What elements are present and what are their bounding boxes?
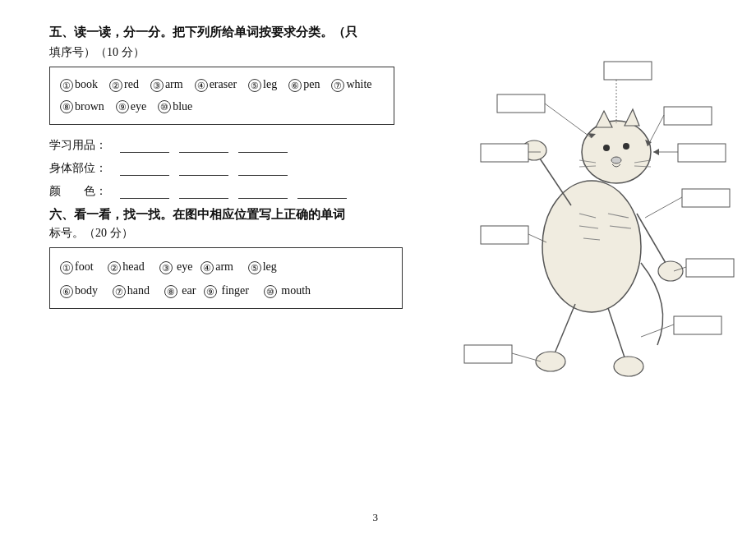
svg-point-1 [582,121,651,183]
svg-point-17 [603,145,610,151]
classify-label-2: 身体部位： [49,161,115,176]
s6-word-4: ④arm [201,260,233,273]
svg-rect-43 [464,345,512,363]
svg-rect-41 [481,226,528,244]
section6-words-row1: ①foot ②head ③ eye ④arm ⑤leg [60,255,392,279]
svg-line-44 [512,353,541,361]
blank-3[interactable] [238,138,288,153]
s6-word-3: ③ eye [159,260,193,273]
svg-rect-26 [497,94,545,113]
section5-subtitle: 填序号）（10 分） [49,45,419,60]
svg-rect-29 [664,107,712,125]
word-2: ②red [109,74,139,96]
svg-point-18 [623,143,629,150]
blank-4[interactable] [120,161,169,176]
section5-words-row1: ①book ②red ③arm ④eraser ⑤leg ⑥pen ⑦white [60,74,384,96]
svg-point-19 [611,157,621,163]
svg-rect-45 [481,144,528,162]
word-3: ③arm [150,74,183,96]
word-9: ⑨eye [116,96,146,118]
blank-6[interactable] [238,161,288,176]
blank-1[interactable] [120,138,169,153]
s6-word-2: ②head [108,260,144,273]
section5-title: 五、读一读，分一分。把下列所给单词按要求分类。（只 [49,25,419,40]
word-7: ⑦white [331,74,371,96]
blank-9[interactable] [238,184,288,199]
blank-8[interactable] [179,184,228,199]
svg-rect-37 [686,259,734,277]
blank-5[interactable] [179,161,228,176]
page-number: 3 [373,511,379,524]
svg-line-8 [555,304,575,353]
section6-subtitle: 标号。（20 分） [49,226,419,241]
svg-marker-3 [625,109,639,126]
s6-word-5: ⑤leg [248,260,277,273]
classify-label-3: 颜 色： [49,184,115,199]
classify-row-3: 颜 色： [49,184,419,199]
s6-word-6: ⑥body [60,284,98,297]
section6-title: 六、看一看，找一找。在图中相应位置写上正确的单词 [49,207,419,223]
svg-marker-34 [653,149,659,155]
tiger-area [419,16,740,427]
blank-2[interactable] [179,138,228,153]
s6-word-1: ①foot [60,260,94,273]
left-content: 五、读一读，分一分。把下列所给单词按要求分类。（只 填序号）（10 分） ①bo… [49,25,419,309]
svg-point-0 [542,181,641,312]
classify-label-1: 学习用品： [49,138,115,153]
s6-word-7: ⑦hand [113,284,150,297]
svg-line-27 [545,104,592,138]
classify-row-1: 学习用品： [49,138,419,153]
section5-words-row2: ⑧brown ⑨eye ⑩blue [60,96,384,118]
word-8: ⑧brown [60,96,104,118]
svg-rect-39 [674,316,721,334]
svg-line-40 [641,325,674,337]
word-1: ①book [60,74,98,96]
tiger-svg [419,16,740,427]
svg-line-36 [645,197,682,218]
word-10: ⑩blue [158,96,192,118]
svg-marker-2 [596,111,612,127]
s6-word-9: ⑨ finger [204,284,249,297]
svg-line-10 [608,308,625,357]
blank-7[interactable] [120,184,169,199]
section6-word-box: ①foot ②head ③ eye ④arm ⑤leg ⑥body ⑦hand … [49,247,403,309]
s6-word-10: ⑩ mouth [264,284,311,297]
word-4: ④eraser [195,74,237,96]
blank-10[interactable] [297,184,347,199]
classify-section: 学习用品： 身体部位： 颜 色： [49,138,419,199]
word-5: ⑤leg [248,74,277,96]
section5-word-box: ①book ②red ③arm ④eraser ⑤leg ⑥pen ⑦white… [49,67,394,125]
tiger-diagram [419,16,740,427]
svg-line-4 [538,156,571,205]
svg-rect-35 [682,189,730,207]
svg-rect-32 [678,144,726,162]
word-6: ⑥pen [288,74,320,96]
page: 五、读一读，分一分。把下列所给单词按要求分类。（只 填序号）（10 分） ①bo… [0,0,756,534]
svg-rect-24 [604,62,652,80]
classify-row-2: 身体部位： [49,161,419,176]
s6-word-8: ⑧ ear [164,284,196,297]
svg-point-7 [658,261,683,281]
svg-point-11 [614,357,643,376]
section6-words-row2: ⑥body ⑦hand ⑧ ear ⑨ finger ⑩ mouth [60,279,392,302]
